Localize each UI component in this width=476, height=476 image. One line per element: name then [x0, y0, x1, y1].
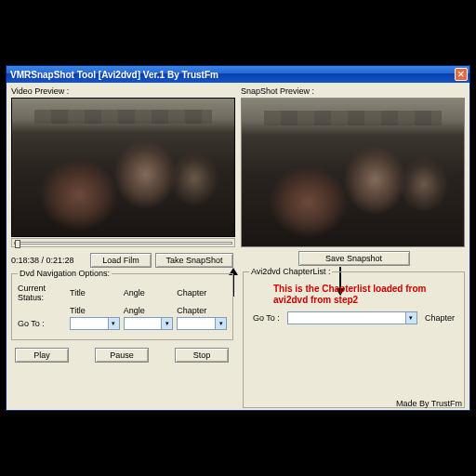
goto-chapter-combo[interactable]: ▾: [177, 317, 227, 330]
dvd-nav-group: Dvd Navigation Options: Current Status: …: [11, 273, 233, 340]
chapterlist-note: This is the Chapterlist loaded from avi2…: [273, 284, 458, 306]
status-angle-header: Angle: [124, 288, 174, 298]
titlebar: VMRSnapShot Tool [Avi2dvd] Ver.1 By Trus…: [7, 66, 469, 83]
status-chapter-header: Chapter: [177, 288, 227, 298]
video-still: [12, 99, 234, 236]
goto-angle-combo[interactable]: ▾: [124, 317, 174, 330]
dvd-nav-title: Dvd Navigation Options:: [18, 269, 112, 278]
goto-row: Go To : ▾ ▾ ▾: [18, 317, 227, 330]
goto-title-header: Title: [70, 306, 120, 315]
snapshot-preview-label: SnapShot Preview :: [241, 86, 465, 96]
snapshot-preview-pane: SnapShot Preview :: [241, 86, 465, 247]
timecode: 0:18:38 / 0:21:28: [11, 256, 86, 265]
seek-track: [14, 242, 232, 245]
save-snapshot-button[interactable]: Save Snapshot: [298, 251, 410, 266]
right-controls: Save Snapshot Avi2dvd ChapterList : This…: [243, 247, 465, 408]
goto-headers: Title Angle Chapter: [18, 306, 227, 315]
chevron-down-icon: ▾: [405, 312, 416, 324]
chapterlist-combo[interactable]: ▾: [287, 311, 417, 324]
app-window: VMRSnapShot Tool [Avi2dvd] Ver.1 By Trus…: [6, 65, 470, 411]
video-preview-box: [11, 98, 235, 237]
time-button-row: 0:18:38 / 0:21:28 Load Film Take SnapSho…: [11, 253, 233, 268]
play-button[interactable]: Play: [15, 348, 69, 363]
window-body: Video Preview : SnapShot Preview :: [7, 83, 469, 410]
save-row: Save Snapshot: [243, 251, 465, 266]
playback-row: Play Pause Stop: [11, 348, 233, 363]
stop-button[interactable]: Stop: [175, 348, 229, 363]
previews-row: Video Preview : SnapShot Preview :: [11, 86, 465, 247]
seek-thumb[interactable]: [15, 240, 20, 248]
goto-label: Go To :: [18, 319, 66, 328]
chapterlist-group: Avi2dvd ChapterList : This is the Chapte…: [243, 271, 465, 408]
snapshot-still: [242, 99, 464, 246]
take-snapshot-button[interactable]: Take SnapShot: [155, 253, 233, 268]
snapshot-preview-box: [241, 98, 465, 247]
chapterlist-goto-row: Go To : ▾ Chapter: [249, 311, 458, 324]
close-icon: ✕: [457, 71, 465, 79]
status-title-header: Title: [70, 288, 120, 298]
chevron-down-icon: ▾: [161, 318, 172, 329]
goto-chapter-header: Chapter: [177, 306, 227, 315]
video-preview-pane: Video Preview :: [11, 86, 235, 247]
goto-angle-header: Angle: [124, 306, 174, 315]
chevron-down-icon: ▾: [215, 318, 226, 329]
chapterlist-goto-label: Go To :: [253, 313, 280, 323]
chapter-suffix: Chapter: [425, 313, 455, 323]
pause-button[interactable]: Pause: [95, 348, 149, 363]
chapterlist-title: Avi2dvd ChapterList :: [249, 267, 332, 276]
seek-slider[interactable]: [11, 238, 235, 247]
video-preview-label: Video Preview :: [11, 86, 235, 96]
left-controls: 0:18:38 / 0:21:28 Load Film Take SnapSho…: [11, 247, 233, 408]
chevron-down-icon: ▾: [108, 318, 119, 329]
current-status-label: Current Status:: [18, 284, 66, 302]
footer-credit: Made By TrustFm: [396, 399, 462, 408]
window-title: VMRSnapShot Tool [Avi2dvd] Ver.1 By Trus…: [10, 70, 218, 80]
lower-panels: 0:18:38 / 0:21:28 Load Film Take SnapSho…: [11, 247, 465, 408]
load-film-button[interactable]: Load Film: [90, 253, 152, 268]
goto-title-combo[interactable]: ▾: [70, 317, 120, 330]
status-row: Current Status: Title Angle Chapter: [18, 284, 227, 302]
close-button[interactable]: ✕: [455, 68, 468, 81]
